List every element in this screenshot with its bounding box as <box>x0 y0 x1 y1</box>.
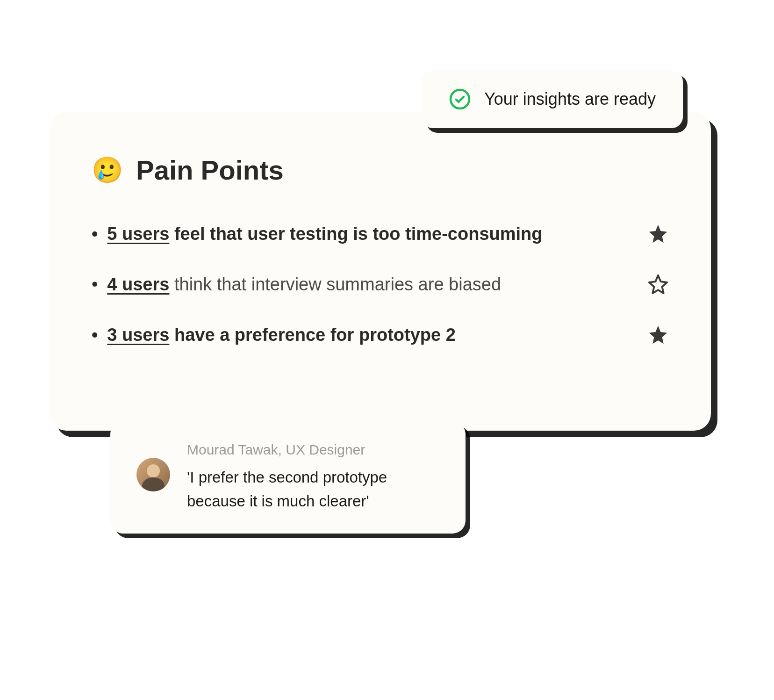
toast-message: Your insights are ready <box>484 89 656 109</box>
insight-row: • 5 users feel that user testing is too … <box>92 223 669 245</box>
insights-ready-toast: Your insights are ready <box>422 70 683 128</box>
insight-row: • 4 users think that interview summaries… <box>92 274 669 295</box>
quote-text: 'I prefer the second prototype because i… <box>187 465 439 513</box>
check-circle-icon <box>449 88 471 110</box>
card-header: 🥲 Pain Points <box>92 154 669 186</box>
insight-text: • 3 users have a preference for prototyp… <box>92 325 456 345</box>
bullet-icon: • <box>92 224 98 244</box>
insight-rest: think that interview summaries are biase… <box>169 274 501 294</box>
avatar <box>136 458 170 491</box>
user-quote-card: Mourad Tawak, UX Designer 'I prefer the … <box>110 421 466 534</box>
card-title: Pain Points <box>136 154 284 186</box>
quote-author: Mourad Tawak, UX Designer <box>187 442 439 458</box>
user-count[interactable]: 4 users <box>107 274 169 294</box>
insight-text: • 5 users feel that user testing is too … <box>92 224 543 244</box>
star-outline-icon[interactable] <box>647 274 669 295</box>
insight-rest: have a preference for prototype 2 <box>169 325 455 345</box>
user-count[interactable]: 3 users <box>107 325 169 345</box>
bullet-icon: • <box>92 274 98 295</box>
insight-row: • 3 users have a preference for prototyp… <box>92 324 669 346</box>
star-filled-icon[interactable] <box>647 223 669 245</box>
tear-smile-emoji-icon: 🥲 <box>92 155 123 185</box>
user-count[interactable]: 5 users <box>107 224 169 244</box>
bullet-icon: • <box>92 325 98 345</box>
insight-rest: feel that user testing is too time-consu… <box>169 224 542 244</box>
star-filled-icon[interactable] <box>647 324 669 346</box>
pain-points-card: 🥲 Pain Points • 5 users feel that user t… <box>50 112 711 431</box>
insight-text: • 4 users think that interview summaries… <box>92 274 501 295</box>
